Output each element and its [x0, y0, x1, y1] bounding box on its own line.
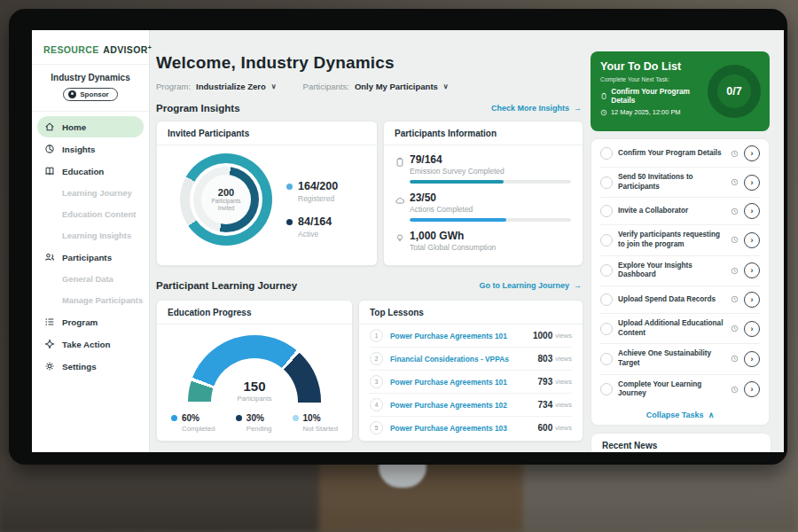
task-checkbox[interactable] — [600, 383, 613, 395]
main-content: Welcome, Industry Dynamics Program: Indu… — [156, 30, 582, 452]
participants-label: Participants: — [303, 82, 349, 91]
task-item[interactable]: Achieve One Sustainability Target › — [600, 344, 760, 374]
participants-icon — [44, 252, 55, 262]
clock-icon — [731, 386, 739, 394]
legend-dot — [286, 219, 293, 225]
section-title: Participant Learning Journey — [156, 280, 297, 291]
lesson-rank: 4 — [370, 398, 383, 411]
program-value: Industrialize Zero — [196, 82, 266, 91]
emission-survey-row: 79/164 Emission Survey Completed — [395, 153, 572, 184]
lesson-row[interactable]: 5 Power Purchase Agreements 103 600 view… — [370, 417, 572, 439]
sidebar-item-participants[interactable]: Participants — [37, 246, 144, 268]
task-chevron-button[interactable]: › — [744, 351, 760, 367]
program-icon — [44, 317, 55, 327]
sidebar: RESOURCE ADVISOR+ Industry Dynamics Spon… — [32, 30, 150, 452]
gauge-center: 150 Participants — [188, 379, 321, 403]
sidebar-item-learning-insights[interactable]: Learning Insights — [37, 225, 144, 246]
sidebar-item-education[interactable]: Education — [37, 160, 144, 182]
check-more-insights-link[interactable]: Check More Insights → — [491, 104, 582, 113]
legend-pending: 30% Pending — [236, 413, 272, 433]
education-gauge-chart: 150 Participants — [188, 335, 321, 403]
sidebar-item-manage-participants[interactable]: Manage Participants — [37, 290, 144, 310]
task-checkbox[interactable] — [600, 234, 613, 246]
task-chevron-button[interactable]: › — [744, 321, 760, 337]
sidebar-menu: Home Insights Education Learning Journey… — [32, 116, 149, 377]
lesson-row[interactable]: 3 Power Purchase Agreements 101 793 view… — [370, 371, 572, 394]
participants-dropdown[interactable]: Participants: Only My Participants ∨ — [303, 82, 449, 91]
clock-icon — [731, 295, 739, 303]
settings-icon — [44, 361, 55, 372]
task-checkbox[interactable] — [600, 293, 613, 306]
task-chevron-button[interactable]: › — [744, 145, 760, 161]
legend-dot — [293, 415, 299, 421]
program-dropdown[interactable]: Program: Industrialize Zero ∨ — [156, 82, 277, 91]
sidebar-item-general-data[interactable]: General Data — [37, 269, 144, 289]
invited-participants-card: Invited Participants 200 Participants In… — [156, 121, 378, 266]
lesson-row[interactable]: 1 Power Purchase Agreements 101 1000 vie… — [370, 325, 572, 348]
task-item[interactable]: Invite a Collaborator › — [600, 198, 760, 225]
task-checkbox[interactable] — [600, 147, 613, 160]
task-chevron-button[interactable]: › — [744, 203, 760, 219]
sidebar-item-learning-journey[interactable]: Learning Journey — [37, 183, 144, 203]
todo-progress-value: 0/7 — [726, 85, 741, 98]
task-item[interactable]: Explore Your Insights Dashboard › — [600, 256, 760, 286]
go-to-learning-journey-link[interactable]: Go to Learning Journey → — [479, 281, 582, 290]
task-item[interactable]: Upload Spend Data Records › — [600, 286, 760, 314]
task-chevron-button[interactable]: › — [744, 381, 760, 397]
logo-text-primary: RESOURCE — [43, 44, 99, 55]
task-chevron-button[interactable]: › — [744, 262, 760, 278]
task-item[interactable]: Send 50 Invitations to Participants › — [600, 168, 760, 198]
chevron-down-icon: ∨ — [271, 82, 277, 90]
org-block: Industry Dynamics Sponsor — [32, 65, 149, 112]
sidebar-item-settings[interactable]: Settings — [37, 356, 144, 377]
chevron-right-icon: › — [751, 236, 754, 245]
task-item[interactable]: Confirm Your Program Details › — [600, 140, 760, 168]
task-checkbox[interactable] — [600, 264, 613, 277]
lesson-row[interactable]: 4 Power Purchase Agreements 102 734 view… — [370, 394, 572, 417]
clock-icon — [731, 150, 739, 158]
lessons-list: 1 Power Purchase Agreements 101 1000 vie… — [359, 325, 583, 439]
chevron-right-icon: › — [751, 266, 754, 275]
sidebar-item-insights[interactable]: Insights — [37, 138, 144, 160]
task-chevron-button[interactable]: › — [744, 175, 760, 191]
task-checkbox[interactable] — [600, 353, 613, 365]
collapse-tasks-link[interactable]: Collapse Tasks ∧ — [600, 404, 760, 419]
actions-progress-bar — [410, 218, 571, 222]
invited-total: 200 — [218, 187, 234, 198]
app-logo: RESOURCE ADVISOR+ — [32, 30, 149, 65]
task-chevron-button[interactable]: › — [744, 292, 760, 308]
lesson-link[interactable]: Power Purchase Agreements 101 — [390, 332, 533, 340]
chevron-right-icon: › — [751, 178, 754, 187]
task-checkbox[interactable] — [600, 176, 613, 189]
section-title: Program Insights — [156, 103, 240, 113]
sidebar-item-program[interactable]: Program — [37, 311, 144, 332]
todo-panel: Your To Do List Complete Your Next Task:… — [591, 30, 770, 452]
task-chevron-button[interactable]: › — [744, 232, 760, 248]
task-item[interactable]: Upload Additional Educational Content › — [600, 314, 760, 344]
lesson-link[interactable]: Financial Considerations - VPPAs — [390, 355, 538, 364]
recent-news-card: Recent News — [591, 433, 771, 452]
sidebar-item-home[interactable]: Home — [37, 116, 144, 137]
sponsor-badge-label: Sponsor — [80, 90, 108, 98]
lesson-row[interactable]: 2 Financial Considerations - VPPAs 803 v… — [370, 348, 572, 371]
monitor-bezel: RESOURCE ADVISOR+ Industry Dynamics Spon… — [9, 9, 787, 465]
lesson-link[interactable]: Power Purchase Agreements 103 — [390, 424, 538, 433]
legend-dot — [286, 184, 293, 190]
lesson-link[interactable]: Power Purchase Agreements 102 — [390, 401, 538, 410]
sidebar-item-take-action[interactable]: Take Action — [37, 333, 144, 355]
lesson-rank: 1 — [370, 329, 383, 342]
gauge-legend: 60% Completed 30% Pending 10% Not Starte… — [157, 403, 352, 433]
chevron-right-icon: › — [751, 385, 754, 394]
task-checkbox[interactable] — [600, 205, 613, 217]
task-item[interactable]: Complete Your Learning Journey › — [600, 375, 760, 404]
emission-progress-bar — [410, 180, 571, 184]
task-checkbox[interactable] — [600, 323, 613, 335]
participants-information-card: Participants Information 79/164 Emission… — [383, 121, 583, 266]
todo-progress-ring: 0/7 — [708, 65, 761, 118]
sidebar-item-education-content[interactable]: Education Content — [37, 204, 144, 224]
lesson-link[interactable]: Power Purchase Agreements 101 — [390, 378, 538, 387]
chevron-right-icon: › — [751, 295, 754, 304]
task-item[interactable]: Verify participants requesting to join t… — [600, 225, 760, 255]
clock-icon — [731, 267, 739, 275]
todo-next-task[interactable]: Confirm Your Program Details — [600, 87, 707, 105]
